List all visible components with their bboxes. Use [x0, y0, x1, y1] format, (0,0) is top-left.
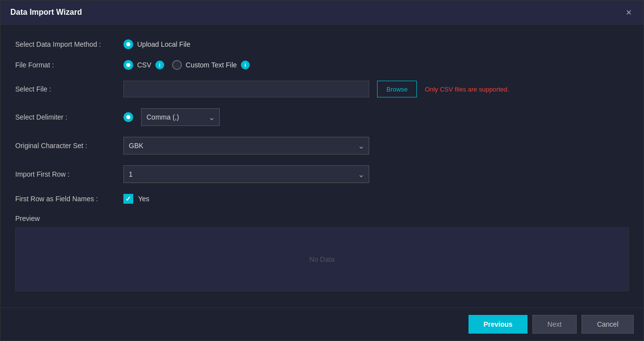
charset-row: Original Character Set : GBK [15, 137, 629, 155]
custom-text-label: Custom Text File [186, 61, 237, 69]
first-row-row: Import First Row : 1 [15, 165, 629, 183]
import-method-row: Select Data Import Method : Upload Local… [15, 39, 629, 49]
preview-section: Preview No Data [15, 215, 629, 291]
file-input[interactable] [123, 81, 369, 97]
dialog-title: Data Import Wizard [10, 8, 82, 17]
custom-text-radio[interactable] [172, 60, 182, 70]
delimiter-radio-dot [126, 115, 130, 119]
first-row-field-checkbox-wrapper: ✓ Yes [123, 194, 149, 204]
import-method-control: Upload Local File [123, 39, 629, 49]
preview-label: Preview [15, 215, 629, 222]
csv-radio[interactable] [123, 60, 133, 70]
first-row-field-label: First Row as Field Names : [15, 195, 123, 203]
custom-text-info-icon[interactable]: i [241, 61, 250, 69]
import-method-label: Select Data Import Method : [15, 40, 123, 48]
first-row-field-yes-label: Yes [138, 195, 149, 203]
upload-local-file-option[interactable]: Upload Local File [123, 39, 190, 49]
charset-select[interactable]: GBK [123, 137, 369, 155]
first-row-select[interactable]: 1 [123, 165, 369, 183]
file-format-label: File Format : [15, 61, 123, 69]
next-button[interactable]: Next [532, 315, 577, 334]
select-file-control: Browse Only CSV files are supported. [123, 81, 629, 97]
previous-button[interactable]: Previous [468, 315, 527, 334]
data-import-wizard-dialog: Data Import Wizard × Select Data Import … [0, 0, 644, 341]
upload-local-file-radio[interactable] [123, 39, 133, 49]
select-file-row: Select File : Browse Only CSV files are … [15, 81, 629, 97]
radio-inner-dot [126, 42, 130, 46]
csv-option[interactable]: CSV i [123, 60, 164, 70]
delimiter-select-wrapper: Comma (,) [141, 108, 220, 126]
file-format-row: File Format : CSV i Custom Text File i [15, 60, 629, 70]
dialog-body: Select Data Import Method : Upload Local… [0, 25, 644, 308]
csv-radio-dot [126, 63, 130, 67]
delimiter-select[interactable]: Comma (,) [141, 108, 220, 126]
csv-label: CSV [137, 61, 151, 69]
csv-info-icon[interactable]: i [155, 61, 164, 69]
select-delimiter-row: Select Delimiter : Comma (,) [15, 108, 629, 126]
first-row-label: Import First Row : [15, 170, 123, 178]
charset-select-wrapper: GBK [123, 137, 369, 155]
checkbox-checkmark: ✓ [125, 195, 131, 203]
preview-area: No Data [15, 227, 629, 291]
select-delimiter-label: Select Delimiter : [15, 113, 123, 121]
first-row-field-row: First Row as Field Names : ✓ Yes [15, 194, 629, 204]
first-row-select-wrapper: 1 [123, 165, 369, 183]
delimiter-radio[interactable] [123, 112, 133, 122]
dialog-footer: Previous Next Cancel [0, 308, 644, 341]
upload-local-file-label: Upload Local File [137, 40, 190, 48]
cancel-button[interactable]: Cancel [582, 315, 634, 334]
first-row-field-checkbox[interactable]: ✓ [123, 194, 133, 204]
first-row-control: 1 [123, 165, 629, 183]
browse-button[interactable]: Browse [377, 81, 417, 97]
error-message: Only CSV files are supported. [425, 86, 509, 93]
file-format-control: CSV i Custom Text File i [123, 60, 629, 70]
preview-empty-text: No Data [309, 255, 334, 263]
custom-text-option[interactable]: Custom Text File i [172, 60, 250, 70]
charset-control: GBK [123, 137, 629, 155]
dialog-header: Data Import Wizard × [0, 0, 644, 25]
charset-label: Original Character Set : [15, 142, 123, 150]
first-row-field-control: ✓ Yes [123, 194, 629, 204]
close-button[interactable]: × [624, 7, 634, 17]
select-file-label: Select File : [15, 85, 123, 93]
select-delimiter-control: Comma (,) [123, 108, 629, 126]
